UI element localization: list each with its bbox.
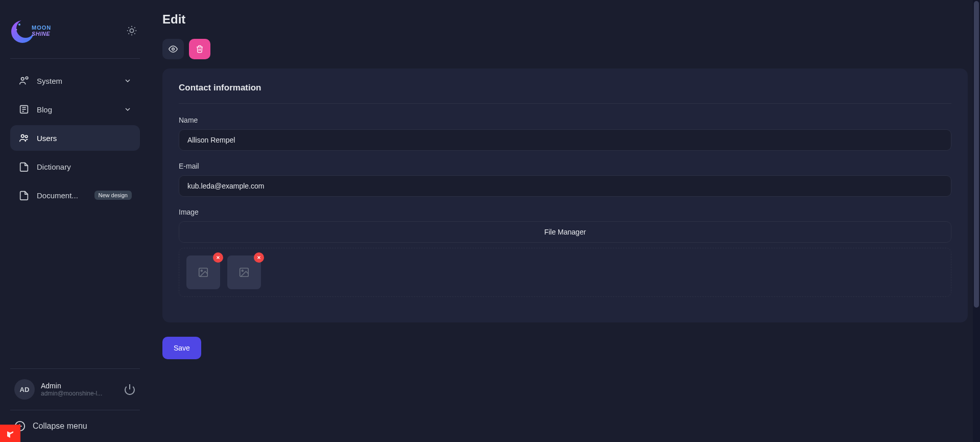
sidebar-footer: AD Admin admin@moonshine-l... Collapse m… bbox=[10, 368, 140, 442]
sidebar-item-label: Dictionary bbox=[37, 162, 132, 171]
svg-line-9 bbox=[129, 28, 129, 28]
section-title: Contact information bbox=[179, 83, 951, 104]
document-icon bbox=[18, 161, 30, 172]
laravel-badge[interactable] bbox=[0, 425, 20, 442]
logout-button[interactable] bbox=[124, 383, 136, 396]
sidebar-nav: System Blog Users bbox=[10, 59, 140, 368]
image-icon bbox=[198, 267, 209, 278]
sidebar: MOON SHINE bbox=[0, 0, 150, 442]
sidebar-header: MOON SHINE bbox=[10, 0, 140, 59]
remove-thumbnail-button[interactable] bbox=[213, 252, 223, 263]
svg-point-6 bbox=[130, 29, 133, 32]
view-button[interactable] bbox=[162, 39, 184, 59]
power-icon bbox=[124, 383, 136, 396]
users-icon bbox=[18, 132, 30, 144]
svg-point-26 bbox=[172, 48, 175, 51]
sun-icon bbox=[126, 25, 137, 36]
user-email: admin@moonshine-l... bbox=[41, 390, 124, 397]
svg-point-21 bbox=[21, 135, 25, 138]
new-badge: New design bbox=[94, 191, 132, 200]
image-field: Image File Manager bbox=[179, 208, 951, 297]
svg-point-16 bbox=[26, 77, 28, 79]
svg-line-14 bbox=[134, 28, 135, 28]
newspaper-icon bbox=[18, 104, 30, 115]
sidebar-item-system[interactable]: System bbox=[10, 68, 140, 94]
image-thumbnail[interactable] bbox=[186, 255, 220, 289]
image-icon bbox=[238, 267, 250, 278]
image-label: Image bbox=[179, 208, 951, 216]
logo[interactable]: MOON SHINE bbox=[10, 15, 59, 46]
chevron-down-icon bbox=[124, 77, 132, 85]
sidebar-item-label: System bbox=[37, 77, 124, 85]
name-field: Name bbox=[179, 116, 951, 151]
close-icon bbox=[256, 255, 261, 260]
email-label: E-mail bbox=[179, 162, 951, 170]
svg-line-10 bbox=[134, 33, 135, 34]
svg-point-2 bbox=[18, 24, 20, 26]
sidebar-item-users[interactable]: Users bbox=[10, 125, 140, 151]
user-panel: AD Admin admin@moonshine-l... bbox=[10, 379, 140, 400]
delete-button[interactable] bbox=[189, 39, 210, 59]
svg-text:MOON: MOON bbox=[32, 25, 51, 31]
page-title: Edit bbox=[162, 12, 968, 27]
sidebar-item-label: Users bbox=[37, 134, 132, 143]
name-input[interactable] bbox=[179, 129, 951, 151]
action-row bbox=[162, 39, 968, 59]
collapse-label: Collapse menu bbox=[33, 422, 87, 431]
sidebar-item-documentation[interactable]: Document... New design bbox=[10, 182, 140, 208]
close-icon bbox=[216, 255, 221, 260]
user-name: Admin bbox=[41, 382, 124, 390]
chevron-down-icon bbox=[124, 105, 132, 113]
thumbnail-area bbox=[179, 248, 951, 297]
trash-icon bbox=[196, 45, 204, 53]
svg-point-32 bbox=[242, 270, 243, 271]
scrollbar[interactable] bbox=[973, 0, 980, 442]
sidebar-item-blog[interactable]: Blog bbox=[10, 97, 140, 122]
svg-point-22 bbox=[25, 135, 28, 138]
image-thumbnail[interactable] bbox=[227, 255, 261, 289]
theme-toggle[interactable] bbox=[124, 22, 140, 39]
avatar: AD bbox=[14, 379, 35, 400]
file-manager-button[interactable]: File Manager bbox=[179, 221, 951, 243]
scrollbar-thumb[interactable] bbox=[974, 1, 979, 308]
save-button[interactable]: Save bbox=[162, 337, 201, 359]
sidebar-item-label: Document... bbox=[37, 191, 90, 200]
svg-point-15 bbox=[21, 78, 25, 81]
sidebar-item-label: Blog bbox=[37, 105, 124, 114]
svg-line-13 bbox=[129, 33, 129, 34]
sidebar-item-dictionary[interactable]: Dictionary bbox=[10, 154, 140, 179]
svg-text:SHINE: SHINE bbox=[32, 31, 50, 37]
remove-thumbnail-button[interactable] bbox=[254, 252, 264, 263]
email-input[interactable] bbox=[179, 175, 951, 197]
name-label: Name bbox=[179, 116, 951, 124]
svg-point-28 bbox=[201, 270, 202, 271]
svg-point-3 bbox=[16, 29, 17, 31]
eye-icon bbox=[169, 44, 178, 54]
contact-card: Contact information Name E-mail Image Fi… bbox=[162, 68, 968, 322]
laravel-icon bbox=[5, 429, 15, 439]
main-content: Edit Contact information Name E-mail Ima… bbox=[150, 0, 980, 442]
document-icon bbox=[18, 190, 30, 201]
user-info: Admin admin@moonshine-l... bbox=[41, 382, 124, 397]
users-gear-icon bbox=[18, 75, 30, 86]
collapse-menu-button[interactable]: Collapse menu bbox=[10, 410, 140, 432]
email-field: E-mail bbox=[179, 162, 951, 197]
